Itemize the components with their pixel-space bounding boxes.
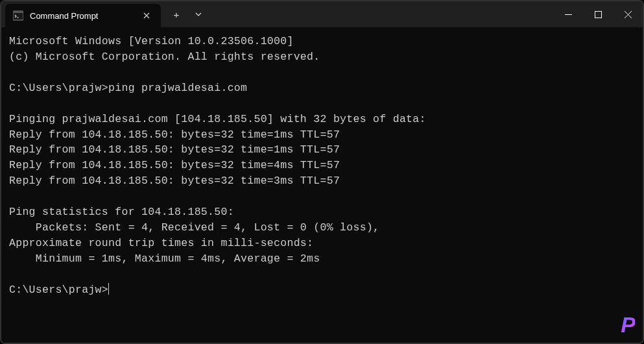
active-tab[interactable]: Command Prompt	[5, 4, 161, 27]
terminal-line: Approximate round trip times in milli-se…	[9, 236, 635, 251]
terminal-line	[9, 189, 635, 204]
terminal-line	[9, 267, 635, 282]
cmd-icon	[13, 10, 23, 21]
tab-dropdown-button[interactable]	[188, 4, 209, 25]
prompt: C:\Users\prajw>	[9, 284, 108, 296]
terminal-line: Reply from 104.18.185.50: bytes=32 time=…	[9, 127, 635, 143]
svg-rect-6	[595, 11, 601, 18]
terminal-line: Ping statistics for 104.18.185.50:	[9, 204, 635, 220]
tab-actions: +	[161, 1, 209, 27]
watermark-logo: P	[621, 312, 635, 338]
cursor	[108, 283, 109, 295]
terminal-line: Reply from 104.18.185.50: bytes=32 time=…	[9, 158, 635, 173]
terminal-line: C:\Users\prajw>ping prajwaldesai.com	[9, 80, 635, 96]
minimize-button[interactable]	[553, 1, 583, 27]
terminal-line: Reply from 104.18.185.50: bytes=32 time=…	[9, 142, 635, 158]
terminal-line	[9, 65, 635, 80]
terminal-output[interactable]: Microsoft Windows [Version 10.0.23506.10…	[1, 27, 643, 343]
new-tab-button[interactable]: +	[166, 4, 187, 25]
close-window-button[interactable]	[613, 1, 643, 27]
titlebar-drag-area[interactable]	[209, 1, 553, 27]
terminal-line	[9, 96, 635, 112]
terminal-line: Packets: Sent = 4, Received = 4, Lost = …	[9, 220, 635, 236]
terminal-line: Pinging prajwaldesai.com [104.18.185.50]…	[9, 112, 635, 127]
terminal-line: Reply from 104.18.185.50: bytes=32 time=…	[9, 173, 635, 189]
terminal-lines: Microsoft Windows [Version 10.0.23506.10…	[9, 34, 635, 282]
close-tab-button[interactable]	[140, 9, 153, 22]
titlebar: Command Prompt +	[1, 1, 643, 27]
terminal-line: Minimum = 1ms, Maximum = 4ms, Average = …	[9, 251, 635, 267]
svg-rect-1	[13, 11, 23, 13]
window-controls	[553, 1, 643, 27]
maximize-button[interactable]	[583, 1, 613, 27]
terminal-line: (c) Microsoft Corporation. All rights re…	[9, 49, 635, 65]
tab-title: Command Prompt	[30, 11, 134, 21]
terminal-line: Microsoft Windows [Version 10.0.23506.10…	[9, 34, 635, 49]
